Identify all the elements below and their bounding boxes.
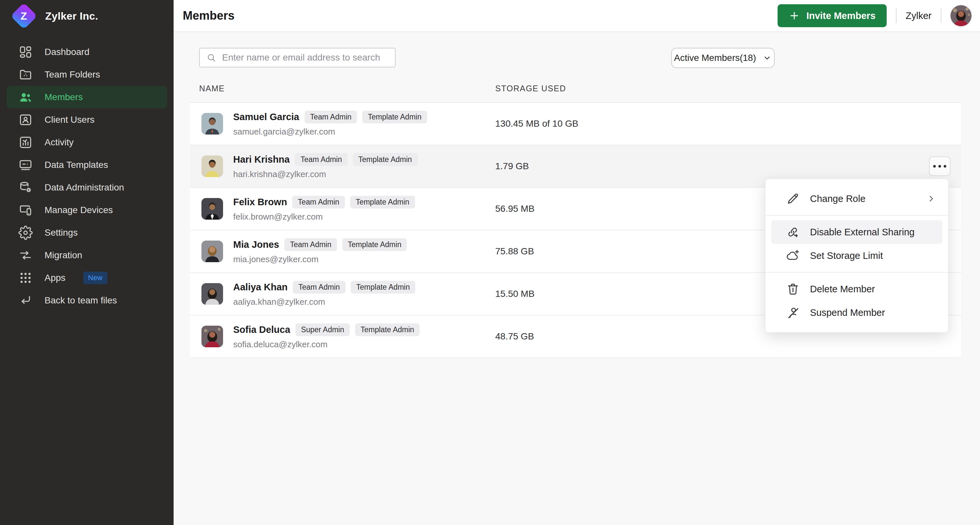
role-badge: Template Admin — [342, 238, 407, 251]
sidebar-item-label: Settings — [45, 227, 78, 238]
row-more-actions-button[interactable] — [929, 157, 951, 176]
plus-icon — [789, 10, 800, 21]
page-title: Members — [183, 9, 234, 22]
menu-item-label: Set Storage Limit — [810, 251, 883, 261]
settings-gear-icon — [18, 225, 33, 240]
menu-item-suspend-member[interactable]: Suspend Member — [765, 301, 948, 324]
search-input[interactable] — [221, 52, 388, 63]
member-filter-dropdown[interactable]: Active Members(18) — [671, 48, 775, 68]
member-info: Mia Jones Team Admin Template Admin mia.… — [233, 238, 407, 265]
back-arrow-icon — [18, 293, 33, 308]
member-avatar — [201, 155, 223, 177]
role-badge: Team Admin — [293, 281, 345, 293]
role-badge: Template Admin — [355, 324, 420, 336]
role-badge: Template Admin — [362, 111, 427, 124]
logo-letter: Z — [21, 10, 27, 22]
main-area: Members Invite Members Zylker Ac — [173, 0, 980, 525]
member-avatar — [201, 326, 223, 347]
role-badge: Team Admin — [295, 153, 347, 166]
storage-used: 48.75 GB — [495, 331, 534, 342]
trash-icon — [786, 282, 800, 296]
data-administration-icon — [18, 180, 33, 195]
role-badge: Team Admin — [305, 111, 357, 124]
pencil-icon — [786, 192, 800, 206]
search-icon — [206, 53, 216, 62]
sidebar-item-apps[interactable]: Apps New — [6, 266, 167, 289]
manage-devices-icon — [18, 203, 33, 217]
member-email: aaliya.khan@zylker.com — [233, 297, 415, 307]
menu-item-set-storage-limit[interactable]: Set Storage Limit — [765, 244, 948, 267]
role-badge: Template Admin — [351, 281, 416, 293]
menu-item-label: Suspend Member — [810, 307, 885, 318]
company-name: Zylker Inc. — [45, 10, 98, 22]
sidebar-item-migration[interactable]: Migration — [6, 244, 167, 266]
activity-icon — [18, 135, 33, 149]
sidebar-item-label: Back to team files — [45, 295, 117, 306]
sidebar-item-client-users[interactable]: Client Users — [6, 108, 167, 131]
sidebar-item-label: Data Administration — [45, 182, 124, 193]
member-filter-label: Active Members(18) — [674, 53, 756, 63]
menu-divider — [765, 272, 948, 273]
sidebar-item-back-to-team-files[interactable]: Back to team files — [6, 289, 167, 312]
top-bar-actions: Invite Members Zylker — [778, 4, 972, 27]
user-avatar[interactable] — [951, 5, 972, 26]
member-email: sofia.deluca@zylker.com — [233, 339, 420, 350]
member-avatar — [201, 241, 223, 262]
sidebar-item-manage-devices[interactable]: Manage Devices — [6, 199, 167, 221]
zylker-logo-icon: Z — [11, 3, 37, 29]
member-row[interactable]: Samuel Garcia Team Admin Template Admin … — [190, 103, 961, 145]
role-badge: Super Admin — [296, 324, 350, 336]
invite-members-button[interactable]: Invite Members — [778, 4, 887, 27]
member-name: Aaliya Khan — [233, 282, 288, 293]
member-name: Felix Brown — [233, 197, 287, 208]
sidebar-item-dashboard[interactable]: Dashboard — [6, 41, 167, 63]
divider — [941, 8, 941, 23]
member-info: Aaliya Khan Team Admin Template Admin aa… — [233, 281, 415, 307]
data-templates-icon — [18, 158, 33, 172]
storage-used: 1.79 GB — [495, 161, 529, 171]
menu-item-disable-external-sharing[interactable]: Disable External Sharing — [772, 220, 942, 244]
sidebar-item-label: Migration — [45, 250, 82, 260]
table-header: NAME STORAGE USED — [190, 75, 961, 103]
menu-divider — [765, 215, 948, 216]
sidebar-item-label: Client Users — [45, 114, 94, 125]
member-avatar — [201, 113, 223, 135]
sidebar: Z Zylker Inc. Dashboard Team Folders Mem… — [0, 0, 173, 525]
sidebar-item-label: Apps — [45, 273, 65, 283]
sidebar-item-label: Activity — [45, 137, 74, 148]
divider — [896, 8, 896, 23]
storage-used: 15.50 MB — [495, 289, 535, 299]
member-name: Sofia Deluca — [233, 324, 290, 335]
team-folders-icon — [18, 67, 33, 82]
menu-item-delete-member[interactable]: Delete Member — [765, 277, 948, 301]
menu-item-label: Delete Member — [810, 284, 875, 295]
app-window: Z Zylker Inc. Dashboard Team Folders Mem… — [0, 0, 980, 525]
role-badge: Team Admin — [292, 196, 345, 208]
member-info: Felix Brown Team Admin Template Admin fe… — [233, 196, 415, 222]
ellipsis-icon — [933, 165, 936, 168]
brand-header: Z Zylker Inc. — [0, 0, 173, 32]
role-badge: Team Admin — [284, 238, 337, 251]
member-info: Samuel Garcia Team Admin Template Admin … — [233, 111, 427, 137]
members-content: Active Members(18) NAME STORAGE USED Sam… — [173, 32, 980, 525]
sidebar-item-members[interactable]: Members — [6, 86, 167, 108]
sidebar-item-activity[interactable]: Activity — [6, 131, 167, 154]
cloud-plus-icon — [786, 248, 800, 263]
team-name[interactable]: Zylker — [906, 11, 932, 21]
member-email: samuel.garcia@zylker.com — [233, 127, 427, 137]
sidebar-item-settings[interactable]: Settings — [6, 221, 167, 244]
apps-grid-icon — [18, 271, 33, 285]
sidebar-item-data-templates[interactable]: Data Templates — [6, 154, 167, 176]
member-email: hari.krishna@zylker.com — [233, 169, 418, 179]
member-avatar — [201, 198, 223, 220]
menu-item-change-role[interactable]: Change Role — [765, 187, 948, 211]
sidebar-item-team-folders[interactable]: Team Folders — [6, 63, 167, 86]
dashboard-icon — [18, 45, 33, 59]
search-box — [199, 48, 396, 67]
member-name: Mia Jones — [233, 239, 279, 250]
suspend-user-icon — [786, 305, 800, 320]
sidebar-item-data-administration[interactable]: Data Administration — [6, 176, 167, 199]
role-badge: Template Admin — [353, 153, 418, 166]
external-sharing-icon — [786, 225, 800, 239]
storage-used: 130.45 MB of 10 GB — [495, 119, 578, 129]
